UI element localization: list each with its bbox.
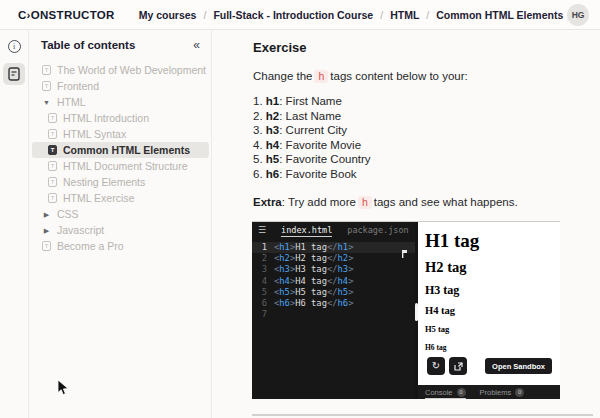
item-tag: h2 <box>266 110 279 122</box>
preview-heading: H1 tag <box>425 230 560 252</box>
constructor-logo[interactable]: C›ONSTRUCTOR <box>18 9 115 21</box>
code-line[interactable]: 3<h3>H3 tag</h3> <box>252 264 415 275</box>
item-tag: h5 <box>266 153 279 165</box>
chevron-down-icon[interactable]: ▼ <box>42 99 51 106</box>
toc-item[interactable]: ▶Javascript <box>32 222 209 238</box>
code-line[interactable]: 1<h1>H1 tag</h1> <box>252 242 415 253</box>
toc-item[interactable]: THTML Exercise <box>32 190 209 206</box>
line-number: 4 <box>252 276 267 287</box>
code-line[interactable]: 5<h5>H5 tag</h5> <box>252 287 415 298</box>
code-sandbox-embed: ☰ index.htmlpackage.jsonworl 1<h1>H1 tag… <box>252 222 560 399</box>
refresh-button[interactable]: ↻ <box>427 357 445 375</box>
toc-item-active[interactable]: TCommon HTML Elements <box>32 142 209 158</box>
exercise-list: 1. h1: First Name2. h2: Last Name3. h3: … <box>253 94 600 182</box>
open-sandbox-button[interactable]: Open Sandbox <box>485 358 552 374</box>
list-item: 5. h5: Favorite Country <box>253 152 600 167</box>
code-line[interactable]: 6<h6>H6 tag</h6> <box>252 298 415 309</box>
item-text: : Current City <box>279 124 347 136</box>
item-number: 1. <box>253 95 266 107</box>
preview-heading: H3 tag <box>425 284 560 298</box>
breadcrumb-item[interactable]: My courses <box>139 9 197 21</box>
toc-item-label: HTML Document Structure <box>63 160 187 172</box>
toc-item[interactable]: TNesting Elements <box>32 174 209 190</box>
item-tag: h1 <box>266 95 279 107</box>
editor-tab[interactable]: index.html <box>281 225 332 237</box>
toc-item-label: Nesting Elements <box>63 176 145 188</box>
toc-item[interactable]: TFrontend <box>32 78 209 94</box>
item-text: : Favorite Movie <box>279 139 361 151</box>
document-icon <box>8 67 20 81</box>
breadcrumb-item[interactable]: Full-Stack - Introduction Course <box>213 9 373 21</box>
toc-item[interactable]: THTML Syntax <box>32 126 209 142</box>
preview-pane: H1 tagH2 tagH3 tagH4 tagH5 tagH6 tag ↻ O… <box>418 222 560 385</box>
editor-tab-bar: ☰ index.htmlpackage.jsonworl <box>252 222 415 239</box>
page-icon: T <box>48 129 57 139</box>
toc-item[interactable]: ▶CSS <box>32 206 209 222</box>
toc-item-label: The World of Web Development <box>57 64 206 76</box>
page-icon: T <box>42 65 51 75</box>
toc-item-label: Become a Pro <box>57 240 124 252</box>
intro-text-after: tags content below to your: <box>330 70 467 82</box>
line-number: 6 <box>252 298 267 309</box>
console-tab[interactable]: Console0 <box>425 385 466 399</box>
exercise-intro: Change thehtags content below to your: <box>253 70 600 83</box>
extra-label: Extra <box>253 196 282 208</box>
editor-tab[interactable]: package.json <box>347 225 408 237</box>
code-line[interactable]: 7 <box>252 309 415 320</box>
breadcrumb-item[interactable]: HTML <box>390 9 419 21</box>
extra-text-after: tags and see what happens. <box>374 196 518 208</box>
list-item: 4. h4: Favorite Movie <box>253 138 600 153</box>
table-of-contents-icon[interactable] <box>3 63 25 85</box>
item-text: : Last Name <box>279 110 341 122</box>
menu-icon[interactable]: ☰ <box>258 226 266 235</box>
code-line[interactable]: 2<h2>H2 tag</h2> <box>252 253 415 264</box>
breadcrumb-separator: / <box>203 9 206 21</box>
preview-actions: ↻ Open Sandbox <box>427 357 552 375</box>
toc-item[interactable]: THTML Document Structure <box>32 158 209 174</box>
code-line[interactable]: 4<h4>H4 tag</h4> <box>252 276 415 287</box>
toc-item[interactable]: THTML Introduction <box>32 110 209 126</box>
code-area[interactable]: 1<h1>H1 tag</h1>2<h2>H2 tag</h2>3<h3>H3 … <box>252 239 415 320</box>
preview-heading: H4 tag <box>425 305 560 317</box>
avatar[interactable]: HG <box>567 4 589 26</box>
chevron-right-icon[interactable]: ▶ <box>42 211 51 218</box>
list-item: 6. h6: Favorite Book <box>253 167 600 182</box>
breadcrumb-item[interactable]: Common HTML Elements <box>436 9 563 21</box>
exercise-heading: Exercise <box>253 40 600 55</box>
page-icon: T <box>48 145 57 155</box>
line-number: 3 <box>252 264 267 275</box>
chevron-right-icon[interactable]: ▶ <box>42 227 51 234</box>
info-icon[interactable]: i <box>8 40 21 53</box>
item-tag: h3 <box>266 124 279 136</box>
code-editor-pane[interactable]: ☰ index.htmlpackage.jsonworl 1<h1>H1 tag… <box>252 222 415 399</box>
item-number: 6. <box>253 168 266 180</box>
item-number: 3. <box>253 124 266 136</box>
collapse-sidebar-icon[interactable]: « <box>193 40 200 50</box>
open-external-button[interactable] <box>449 357 467 375</box>
preview-heading: H2 tag <box>425 259 560 276</box>
toc-item-label: CSS <box>57 208 79 220</box>
toc-item-label: HTML Syntax <box>63 128 126 140</box>
editor-tabs: index.htmlpackage.jsonworl <box>281 225 415 237</box>
toc-item-label: HTML Exercise <box>63 192 134 204</box>
rendered-headings: H1 tagH2 tagH3 tagH4 tagH5 tagH6 tag <box>425 230 560 353</box>
table-of-contents-panel: Table of contents « TThe World of Web De… <box>29 30 212 418</box>
list-item: 2. h2: Last Name <box>253 109 600 124</box>
toc-item-label: HTML <box>57 96 86 108</box>
console-tab[interactable]: Problems0 <box>480 385 525 399</box>
breadcrumb: My courses/Full-Stack - Introduction Cou… <box>139 9 564 21</box>
count-badge: 0 <box>515 388 524 397</box>
section-divider <box>252 414 593 416</box>
toc-item-label: Frontend <box>57 80 99 92</box>
line-number: 5 <box>252 287 267 298</box>
toc-item[interactable]: TThe World of Web Development <box>32 62 209 78</box>
top-bar: C›ONSTRUCTOR My courses/Full-Stack - Int… <box>0 0 600 30</box>
item-text: : Favorite Book <box>279 168 356 180</box>
line-number: 1 <box>252 242 267 253</box>
page-icon: T <box>48 161 57 171</box>
list-item: 1. h1: First Name <box>253 94 600 109</box>
toc-item[interactable]: TBecome a Pro <box>32 238 209 254</box>
console-bar: Console0Problems0 <box>418 385 560 399</box>
breadcrumb-separator: / <box>380 9 383 21</box>
toc-item[interactable]: ▼HTML <box>32 94 209 110</box>
